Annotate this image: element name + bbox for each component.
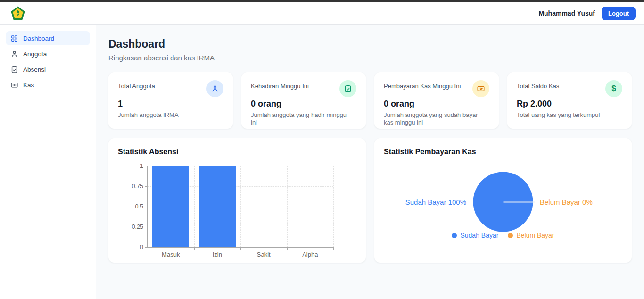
stat-label: Pembayaran Kas Minggu Ini bbox=[384, 80, 461, 90]
stat-label: Total Anggota bbox=[118, 80, 155, 90]
stat-card-pembayaran-kas: Pembayaran Kas Minggu Ini 0 orang Jumlah… bbox=[374, 72, 499, 129]
pie-outer-label-sudah-bayar: Sudah Bayar 100% bbox=[405, 198, 466, 206]
y-tick-label: 0 bbox=[140, 244, 143, 250]
legend-label: Sudah Bayar bbox=[460, 232, 498, 239]
x-category-label: Izin bbox=[213, 251, 222, 258]
kas-pie-chart: Sudah Bayar 100% Belum Bayar 0% Sudah Ba… bbox=[384, 158, 622, 246]
stat-value: 1 bbox=[118, 99, 223, 109]
y-tick-mark bbox=[145, 207, 148, 207]
stat-description: Jumlah anggota yang hadir minggu ini bbox=[251, 111, 350, 127]
x-gridline bbox=[240, 166, 241, 247]
clipboard-check-icon bbox=[10, 66, 18, 74]
legend-item-belum-bayar[interactable]: Belum Bayar bbox=[508, 232, 554, 239]
y-tick-label: 0.75 bbox=[132, 183, 143, 190]
clipboard-check-icon bbox=[344, 84, 352, 93]
page-title: Dashboard bbox=[108, 38, 632, 50]
x-tick-mark bbox=[194, 247, 195, 250]
x-tick-mark bbox=[287, 247, 288, 250]
sidebar-item-label: Anggota bbox=[23, 50, 47, 58]
y-tick-label: 0.25 bbox=[132, 224, 143, 230]
sidebar-item-kas[interactable]: Kas bbox=[6, 78, 90, 92]
x-category-label: Alpha bbox=[302, 251, 318, 258]
logout-button[interactable]: Logout bbox=[602, 7, 636, 20]
x-tick-mark bbox=[333, 247, 334, 250]
main-content: Dashboard Ringkasan absensi dan kas IRMA… bbox=[96, 25, 644, 299]
pie-slice-divider bbox=[503, 201, 535, 202]
stat-card-total-anggota: Total Anggota 1 Jumlah anggota IRMA bbox=[108, 72, 233, 129]
top-navbar: Muhammad Yusuf Logout bbox=[0, 2, 644, 25]
y-tick-label: 1 bbox=[140, 163, 143, 169]
y-tick-mark bbox=[145, 186, 148, 187]
sidebar-item-label: Absensi bbox=[23, 66, 46, 73]
kemenag-logo-icon bbox=[10, 6, 25, 21]
x-category-label: Sakit bbox=[257, 251, 271, 258]
y-tick-mark bbox=[145, 227, 148, 227]
absensi-bar-chart: 00.250.50.751MasukIzinSakitAlpha bbox=[147, 166, 333, 248]
person-icon bbox=[211, 84, 219, 93]
absensi-chart-card: Statistik Absensi 00.250.50.751MasukIzin… bbox=[108, 138, 366, 263]
stat-label: Kehadiran Minggu Ini bbox=[251, 80, 309, 90]
legend-label: Belum Bayar bbox=[516, 232, 554, 239]
x-category-label: Masuk bbox=[162, 251, 180, 258]
y-tick-mark bbox=[145, 247, 148, 248]
grid-icon bbox=[10, 34, 18, 42]
x-tick-mark bbox=[240, 247, 241, 250]
user-name: Muhammad Yusuf bbox=[538, 9, 595, 17]
kas-chart-card: Statistik Pembayaran Kas Sudah Bayar 100… bbox=[374, 138, 632, 263]
bar-izin bbox=[199, 166, 236, 247]
legend-dot-icon bbox=[452, 233, 457, 238]
legend-dot-icon bbox=[508, 233, 513, 238]
sidebar-item-label: Kas bbox=[23, 82, 34, 89]
sidebar: Dashboard Anggota Absensi Kas bbox=[0, 25, 96, 299]
banknote-icon bbox=[477, 84, 485, 93]
stat-description: Jumlah anggota yang sudah bayar kas ming… bbox=[384, 111, 483, 127]
stat-value: 0 orang bbox=[384, 99, 489, 109]
stat-cards-row: Total Anggota 1 Jumlah anggota IRMA Keha… bbox=[108, 72, 632, 129]
x-gridline bbox=[333, 166, 334, 247]
pie-slice-sudah-bayar bbox=[473, 172, 533, 232]
charts-row: Statistik Absensi 00.250.50.751MasukIzin… bbox=[108, 138, 632, 263]
stat-card-saldo-kas: Total Saldo Kas $ Rp 2.000 Total uang ka… bbox=[507, 72, 632, 129]
person-icon bbox=[10, 50, 18, 58]
y-tick-mark bbox=[145, 166, 148, 166]
stat-label: Total Saldo Kas bbox=[517, 80, 559, 90]
x-gridline bbox=[194, 166, 195, 247]
bar-masuk bbox=[152, 166, 189, 247]
sidebar-item-absensi[interactable]: Absensi bbox=[6, 62, 90, 76]
page-subtitle: Ringkasan absensi dan kas IRMA bbox=[108, 54, 632, 62]
stat-description: Total uang kas yang terkumpul bbox=[517, 111, 616, 119]
stat-value: 0 orang bbox=[251, 99, 356, 109]
stat-card-kehadiran: Kehadiran Minggu Ini 0 orang Jumlah angg… bbox=[241, 72, 366, 129]
y-tick-label: 0.5 bbox=[135, 203, 143, 210]
dollar-icon: $ bbox=[611, 84, 616, 93]
sidebar-item-anggota[interactable]: Anggota bbox=[6, 47, 90, 61]
banknote-icon bbox=[10, 81, 18, 89]
sidebar-item-dashboard[interactable]: Dashboard bbox=[6, 31, 90, 45]
legend-item-sudah-bayar[interactable]: Sudah Bayar bbox=[452, 232, 498, 239]
pie-chart-title: Statistik Pembayaran Kas bbox=[384, 148, 622, 156]
stat-description: Jumlah anggota IRMA bbox=[118, 111, 217, 119]
stat-value: Rp 2.000 bbox=[517, 99, 622, 109]
pie-outer-label-belum-bayar: Belum Bayar 0% bbox=[540, 198, 593, 206]
x-gridline bbox=[287, 166, 288, 247]
sidebar-item-label: Dashboard bbox=[23, 35, 54, 42]
bar-chart-title: Statistik Absensi bbox=[118, 148, 356, 156]
pie-legend: Sudah BayarBelum Bayar bbox=[384, 232, 622, 239]
